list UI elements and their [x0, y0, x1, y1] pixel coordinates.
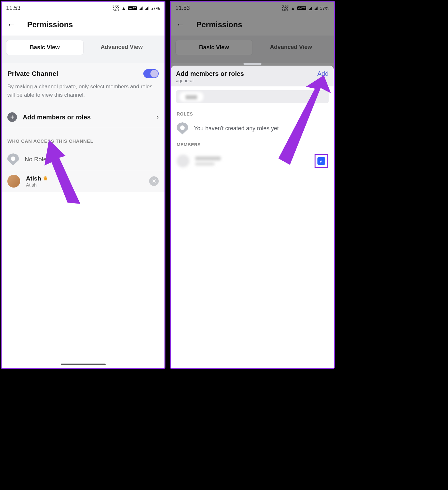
member-row-atish[interactable]: Atish ♛ Atish ✕ — [2, 170, 164, 192]
battery-text: 57% — [150, 5, 160, 11]
sheet-add-button[interactable]: Add — [317, 70, 329, 77]
sheet-grab-handle[interactable] — [244, 63, 261, 65]
member-name-blurred — [195, 157, 221, 160]
signal-icon-1: ◢ — [139, 5, 143, 11]
wifi-icon: ▲ — [121, 5, 126, 11]
member-name: Atish ♛ — [26, 175, 143, 182]
network-speed: 5.00KB/S — [113, 5, 119, 11]
no-roles-row[interactable]: No Roles — [2, 149, 164, 170]
status-time: 11:53 — [6, 5, 20, 12]
no-roles-label: No Roles — [25, 156, 50, 163]
back-button[interactable]: ← — [5, 18, 18, 31]
member-list-item[interactable]: ✓ — [171, 150, 334, 172]
tab-advanced-view[interactable]: Advanced View — [84, 40, 160, 55]
add-members-sheet: Add members or roles #general Add ▮▮▮▮ R… — [171, 66, 334, 368]
add-members-label: Add members or roles — [23, 114, 151, 121]
roles-empty-text: You haven't created any roles yet — [194, 125, 279, 132]
avatar — [177, 155, 189, 167]
sheet-search-input[interactable]: ▮▮▮▮ — [176, 90, 329, 103]
sheet-title: Add members or roles — [176, 70, 244, 77]
signal-icon-2: ◢ — [145, 5, 148, 11]
sheet-header: Add members or roles #general Add — [171, 66, 334, 86]
sheet-subtitle: #general — [176, 78, 244, 83]
roles-empty-row: You haven't created any roles yet — [171, 119, 334, 138]
member-username: Atish — [26, 182, 143, 188]
member-checkbox[interactable]: ✓ — [317, 157, 325, 165]
private-channel-label: Private Channel — [7, 70, 58, 77]
member-sub-blurred — [195, 162, 214, 165]
phone-right: 11:53 0.58KB/S ▲ VoLTE ◢ ◢ 57% ← Permiss… — [170, 1, 335, 369]
chevron-right-icon: › — [156, 113, 159, 121]
checkbox-highlight: ✓ — [315, 154, 328, 168]
volte-badge: VoLTE — [128, 6, 137, 10]
view-tabs: Basic View Advanced View — [6, 40, 160, 55]
who-can-access-label: WHO CAN ACCESS THIS CHANNEL — [2, 128, 164, 149]
status-right: 5.00KB/S ▲ VoLTE ◢ ◢ 57% — [113, 5, 160, 11]
roles-section-label: ROLES — [171, 107, 334, 119]
private-channel-toggle[interactable] — [143, 69, 159, 78]
home-indicator — [61, 364, 106, 365]
avatar — [7, 175, 20, 188]
remove-member-button[interactable]: ✕ — [149, 176, 159, 186]
add-members-or-roles-row[interactable]: + Add members or roles › — [2, 107, 164, 128]
plus-icon: + — [7, 112, 17, 122]
crown-icon: ♛ — [43, 175, 48, 181]
search-chip: ▮▮▮▮ — [179, 92, 204, 102]
status-bar: 11:53 5.00KB/S ▲ VoLTE ◢ ◢ 57% — [2, 2, 164, 14]
shield-icon — [177, 122, 188, 134]
tab-basic-view[interactable]: Basic View — [6, 40, 84, 55]
page-title: Permissions — [27, 20, 73, 29]
private-channel-row: Private Channel — [2, 63, 164, 81]
private-channel-description: By making a channel private, only select… — [2, 81, 164, 107]
shield-icon — [7, 153, 19, 165]
header: ← Permissions — [2, 14, 164, 36]
phone-left: 11:53 5.00KB/S ▲ VoLTE ◢ ◢ 57% ← Permiss… — [1, 1, 165, 369]
members-section-label: MEMBERS — [171, 138, 334, 150]
